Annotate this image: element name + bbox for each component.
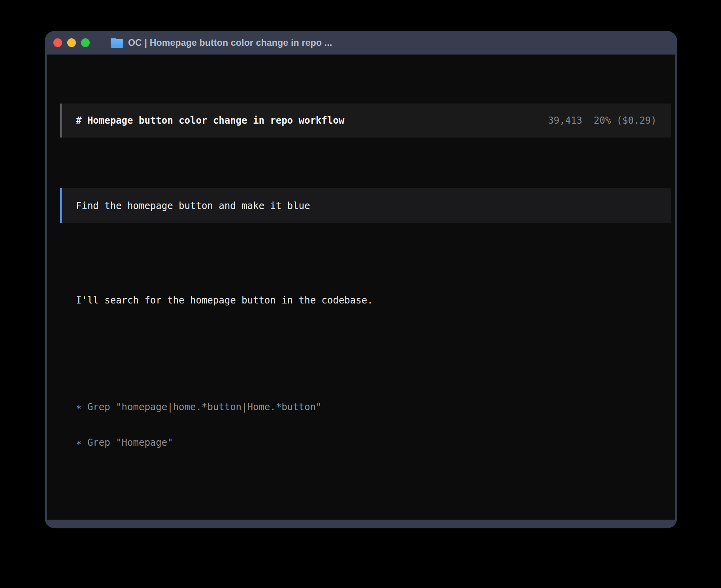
tool-call-group: ∗ Grep "homepage|home.*button|Home.*butt… (76, 377, 671, 472)
context-cost: 20% ($0.29) (594, 115, 657, 126)
user-message: Find the homepage button and make it blu… (60, 188, 671, 223)
session-title: # Homepage button color change in repo w… (76, 115, 344, 126)
window-title: OC | Homepage button color change in rep… (128, 38, 332, 48)
tool-call-line: ∗ Grep "Homepage" (76, 437, 671, 449)
tool-call-line: ∗ Grep "homepage|home.*button|Home.*butt… (76, 401, 671, 413)
user-message-text: Find the homepage button and make it blu… (76, 200, 310, 212)
close-button[interactable] (53, 38, 62, 47)
minimize-button[interactable] (67, 38, 76, 47)
terminal-window: OC | Homepage button color change in rep… (45, 31, 677, 528)
session-stats: 39,41320% ($0.29) (548, 115, 657, 126)
session-header: # Homepage button color change in repo w… (60, 104, 671, 138)
folder-icon (111, 38, 123, 48)
window-title-group: OC | Homepage button color change in rep… (111, 38, 332, 48)
titlebar[interactable]: OC | Homepage button color change in rep… (45, 31, 677, 55)
terminal-content: # Homepage button color change in repo w… (47, 55, 675, 520)
assistant-text: I'll search for the homepage button in t… (76, 271, 671, 330)
traffic-lights (53, 38, 90, 47)
zoom-button[interactable] (81, 38, 90, 47)
assistant-text: Let me search more broadly for buttons a… (76, 520, 671, 528)
token-count: 39,413 (548, 115, 582, 126)
assistant-line: I'll search for the homepage button in t… (76, 294, 671, 306)
